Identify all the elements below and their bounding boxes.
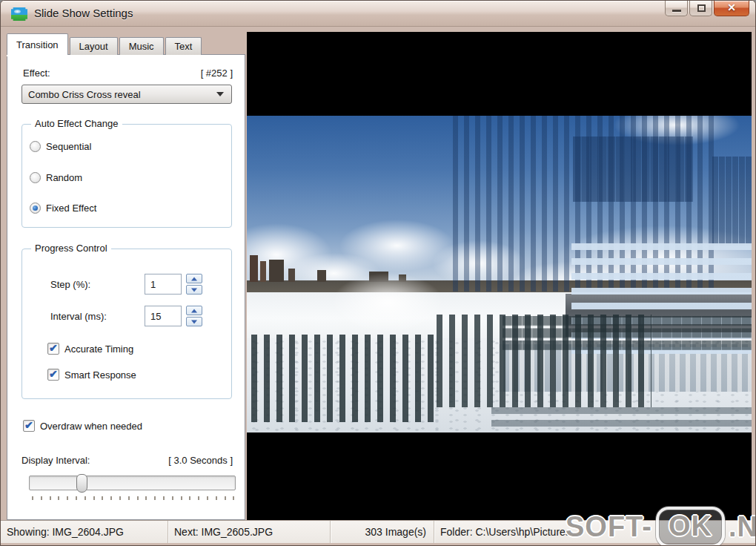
- interval-label: Interval (ms):: [50, 311, 107, 322]
- step-input[interactable]: 1: [145, 274, 182, 295]
- progress-control-group: Progress Control Step (%): 1 Interval (m…: [21, 249, 232, 399]
- progress-control-title: Progress Control: [31, 243, 111, 254]
- smart-response-label: Smart Response: [64, 369, 136, 381]
- effect-dropdown[interactable]: Combo Criss Cross reveal: [21, 85, 232, 104]
- transition-effect-square-grid: [712, 157, 752, 246]
- step-label: Step (%):: [50, 279, 90, 290]
- photo-building: [317, 270, 326, 282]
- photo-building: [269, 260, 284, 282]
- transition-effect-dark-bars: [251, 335, 437, 422]
- tab-music-label: Music: [129, 41, 154, 52]
- interval-value: 15: [150, 311, 161, 322]
- chevron-down-icon: [216, 92, 224, 96]
- effect-label: Effect:: [23, 68, 50, 79]
- effect-dropdown-value: Combo Criss Cross reveal: [22, 89, 216, 100]
- interval-spinner: [186, 306, 202, 326]
- smart-response-checkbox-row[interactable]: Smart Response: [47, 369, 136, 381]
- status-next: Next: IMG_2605.JPG: [168, 521, 331, 543]
- radio-sequential-label: Sequential: [46, 141, 91, 152]
- window-title: Slide Show Settings: [34, 7, 133, 19]
- window-controls: ✕: [663, 1, 749, 16]
- transition-effect-checker-row: [503, 316, 752, 350]
- watermark-ok-badge: OK: [656, 507, 725, 546]
- interval-spin-down-button[interactable]: [186, 317, 202, 326]
- radio-sequential[interactable]: Sequential: [30, 141, 91, 152]
- photo-mist: [332, 273, 443, 332]
- display-interval-slider-thumb[interactable]: [76, 474, 87, 493]
- effect-index-label: [ #252 ]: [201, 68, 233, 79]
- transition-tab-panel: Effect: [ #252 ] Combo Criss Cross revea…: [7, 54, 245, 520]
- overdraw-label: Overdraw when needed: [40, 421, 142, 432]
- overdraw-checkbox-row[interactable]: Overdraw when needed: [23, 420, 142, 432]
- watermark-left: SOFT-: [566, 511, 652, 543]
- accurate-timing-checkbox-row[interactable]: Accurate Timing: [47, 343, 133, 355]
- slider-ticks: [32, 496, 234, 500]
- radio-random-circle[interactable]: [30, 172, 41, 183]
- photo-building: [288, 269, 295, 282]
- display-interval-slider[interactable]: [29, 476, 236, 490]
- auto-effect-change-title: Auto Effect Change: [31, 118, 122, 129]
- radio-sequential-circle[interactable]: [30, 141, 41, 152]
- radio-random-label: Random: [46, 172, 82, 183]
- close-button[interactable]: ✕: [714, 1, 749, 16]
- tab-layout[interactable]: Layout: [70, 37, 118, 55]
- radio-random[interactable]: Random: [30, 172, 82, 183]
- tab-text-label: Text: [175, 41, 193, 52]
- transition-effect-square-row: [491, 407, 752, 427]
- radio-fixed-effect-circle[interactable]: [30, 203, 41, 214]
- step-spin-up-button[interactable]: [186, 274, 202, 283]
- interval-spin-up-button[interactable]: [186, 306, 202, 315]
- picture-landscape-icon: [11, 7, 27, 21]
- tab-transition[interactable]: Transition: [7, 33, 68, 55]
- photo-building: [260, 261, 266, 282]
- status-image-count: 303 Image(s): [331, 521, 434, 543]
- auto-effect-change-group: Auto Effect Change Sequential Random Fix…: [21, 124, 232, 228]
- smart-response-checkbox[interactable]: [47, 369, 59, 381]
- step-spinner: [186, 274, 202, 295]
- step-value: 1: [150, 279, 156, 290]
- overdraw-checkbox[interactable]: [23, 420, 35, 432]
- titlebar[interactable]: Slide Show Settings ✕: [1, 1, 755, 27]
- slideshow-preview: [247, 32, 752, 520]
- tab-music[interactable]: Music: [119, 37, 164, 55]
- watermark-right: .NET: [729, 511, 756, 543]
- tab-transition-label: Transition: [16, 39, 59, 50]
- slide-show-settings-window: Slide Show Settings ✕ Transition Layout …: [0, 0, 756, 546]
- step-spin-down-button[interactable]: [186, 285, 202, 295]
- radio-fixed-effect-label: Fixed Effect: [46, 203, 96, 214]
- photo-building: [250, 255, 258, 282]
- status-showing: Showing: IMG_2604.JPG: [1, 521, 168, 543]
- minimize-icon: [672, 10, 681, 12]
- accurate-timing-checkbox[interactable]: [47, 343, 59, 355]
- maximize-button[interactable]: [689, 1, 712, 16]
- tab-strip: Transition Layout Music Text: [7, 33, 203, 55]
- close-icon: ✕: [714, 1, 749, 13]
- soft-ok-net-watermark: SOFT- OK .NET: [566, 507, 756, 546]
- minimize-button[interactable]: [665, 1, 688, 16]
- accurate-timing-label: Accurate Timing: [64, 343, 133, 355]
- display-interval-label: Display Interval:: [21, 455, 90, 466]
- maximize-icon: [697, 4, 706, 12]
- display-interval-value: [ 3.0 Seconds ]: [168, 455, 233, 466]
- transition-effect-square-grid: [573, 136, 693, 202]
- tab-layout-label: Layout: [79, 41, 108, 52]
- preview-photo: [247, 116, 752, 432]
- radio-fixed-effect[interactable]: Fixed Effect: [30, 203, 96, 214]
- tab-text[interactable]: Text: [165, 37, 202, 55]
- interval-input[interactable]: 15: [145, 306, 182, 326]
